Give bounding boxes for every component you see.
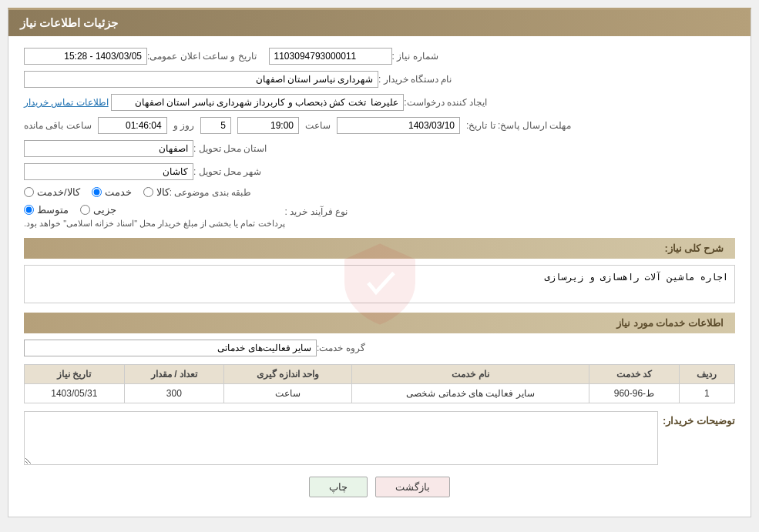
subject-label: طبقه بندی موضوعی : [170, 187, 262, 198]
service-group-label: گروه خدمت: [317, 343, 409, 353]
need-description-field[interactable]: اجاره ماشین آلات راهسازی و زیرسازی [24, 265, 735, 303]
goods-service-label: کالا/خدمت [37, 186, 80, 198]
remaining-time-field[interactable] [98, 117, 167, 134]
cell-service-code: ط-96-960 [589, 384, 680, 403]
deadline-time-field[interactable] [237, 117, 299, 134]
requester-row: ایجاد کننده درخواست: اطلاعات تماس خریدار [24, 94, 735, 111]
col-service-code: کد خدمت [589, 365, 680, 384]
deadline-label: مهلت ارسال پاسخ: تا تاریخ: [466, 120, 571, 131]
main-card: جزئیات اطلاعات نیاز شماره نیاز : تاریخ و… [8, 8, 751, 517]
table-header-row: ردیف کد خدمت نام خدمت واحد اندازه گیری ت… [25, 365, 735, 384]
province-field[interactable] [24, 140, 193, 157]
service-table: ردیف کد خدمت نام خدمت واحد اندازه گیری ت… [24, 364, 735, 403]
need-number-row: شماره نیاز : تاریخ و ساعت اعلان عمومی: [24, 48, 735, 65]
cell-date: 1403/05/31 [25, 384, 125, 403]
col-date: تاریخ نیاز [25, 365, 125, 384]
partial-label: جزیی [93, 204, 116, 216]
subject-row: طبقه بندی موضوعی : کالا/خدمت خدمت کالا [24, 186, 735, 198]
contact-info-link[interactable]: اطلاعات تماس خریدار [24, 97, 109, 108]
page-wrapper: جزئیات اطلاعات نیاز شماره نیاز : تاریخ و… [0, 0, 759, 532]
buyer-notes-field[interactable] [24, 411, 658, 465]
remaining-label: ساعت باقی مانده [24, 120, 92, 131]
time-label: ساعت [305, 120, 331, 131]
subject-goods-service-item: کالا/خدمت [24, 186, 80, 198]
announce-label: تاریخ و ساعت اعلان عمومی: [147, 51, 257, 62]
purchase-medium-item: متوسط [24, 204, 69, 216]
cell-service-name: سایر فعالیت های خدماتی شخصی [351, 384, 589, 403]
purchase-partial-radio[interactable] [80, 205, 90, 215]
buyer-notes-label: توضیحات خریدار: [666, 415, 735, 427]
service-group-field[interactable] [24, 340, 317, 356]
city-row: شهر محل تحویل : [24, 163, 735, 180]
need-description-section-title: شرح کلی نیاز: [24, 238, 735, 259]
days-label: روز و [173, 120, 194, 131]
col-service-name: نام خدمت [351, 365, 589, 384]
announce-field[interactable] [24, 48, 147, 65]
service-info-title: اطلاعات خدمات مورد نیاز [616, 317, 724, 329]
subject-goods-service-radio[interactable] [24, 187, 34, 197]
cell-row-num: 1 [679, 384, 734, 403]
page-title: جزئیات اطلاعات نیاز [20, 16, 118, 29]
back-button[interactable]: بازگشت [375, 477, 450, 497]
subject-radio-group: کالا/خدمت خدمت کالا [24, 186, 170, 198]
deadline-date-field[interactable] [337, 117, 460, 134]
province-row: استان محل تحویل : [24, 140, 735, 157]
service-info-section-title: اطلاعات خدمات مورد نیاز [24, 313, 735, 333]
buyer-name-field[interactable] [24, 71, 378, 88]
subject-goods-radio[interactable] [143, 187, 153, 197]
medium-label: متوسط [37, 204, 69, 216]
col-quantity: تعداد / مقدار [124, 365, 223, 384]
goods-label: کالا [156, 186, 170, 198]
service-label: خدمت [105, 186, 132, 198]
description-area: اجاره ماشین آلات راهسازی و زیرسازی [24, 265, 735, 303]
subject-service-item: خدمت [92, 186, 132, 198]
table-row: 1 ط-96-960 سایر فعالیت های خدماتی شخصی س… [25, 384, 735, 403]
buyer-name-label: نام دستگاه خریدار : [378, 74, 471, 85]
action-buttons: بازگشت چاپ [24, 477, 735, 505]
subject-goods-item: کالا [143, 186, 170, 198]
city-label: شهر محل تحویل : [193, 166, 286, 177]
purchase-type-row: نوع فرآیند خرید : متوسط جزیی پرداخت تمام… [24, 204, 735, 229]
cell-unit: ساعت [224, 384, 352, 403]
city-field[interactable] [24, 163, 193, 180]
card-body: شماره نیاز : تاریخ و ساعت اعلان عمومی: ن… [8, 36, 751, 517]
deadline-days-field[interactable] [200, 117, 231, 134]
col-row-num: ردیف [679, 365, 734, 384]
purchase-partial-item: جزیی [80, 204, 116, 216]
deadline-row: مهلت ارسال پاسخ: تا تاریخ: ساعت روز و سا… [24, 117, 735, 134]
buyer-notes-section: توضیحات خریدار: [24, 411, 735, 465]
need-number-label: شماره نیاز : [392, 51, 485, 62]
need-number-field[interactable] [269, 48, 392, 65]
print-button[interactable]: چاپ [309, 477, 368, 497]
card-header: جزئیات اطلاعات نیاز [8, 10, 751, 36]
service-group-row: گروه خدمت: [24, 340, 735, 356]
cell-quantity: 300 [124, 384, 223, 403]
need-description-label: شرح کلی نیاز: [664, 243, 724, 254]
col-unit: واحد اندازه گیری [224, 365, 352, 384]
buyer-name-row: نام دستگاه خریدار : [24, 71, 735, 88]
purchase-type-radio-group: متوسط جزیی [24, 204, 116, 216]
subject-service-radio[interactable] [92, 187, 102, 197]
purchase-medium-radio[interactable] [24, 205, 34, 215]
requester-field[interactable] [111, 94, 404, 111]
purchase-type-label: نوع فرآیند خرید : [285, 206, 378, 217]
purchase-notice: پرداخت تمام یا بخشی از مبلغ خریدار محل "… [24, 219, 285, 229]
province-label: استان محل تحویل : [193, 143, 286, 154]
requester-label: ایجاد کننده درخواست: [404, 97, 496, 108]
